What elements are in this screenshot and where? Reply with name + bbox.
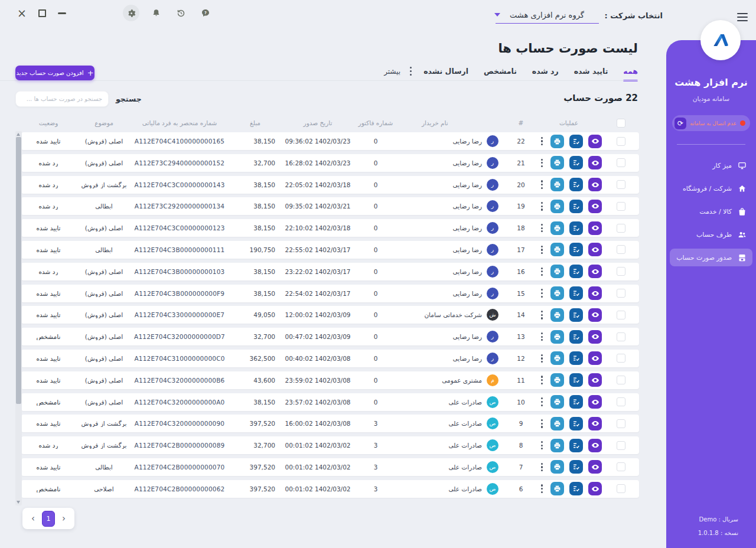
row-checkbox[interactable] — [617, 354, 625, 363]
view-button[interactable] — [588, 200, 602, 213]
add-invoice-button[interactable]: + افزودن صورت حساب جدید — [15, 66, 94, 80]
details-button[interactable] — [569, 395, 583, 409]
view-button[interactable] — [588, 439, 602, 452]
sidebar-item-goods[interactable]: کالا / خدمت — [670, 203, 752, 220]
row-checkbox[interactable] — [617, 419, 625, 428]
row-checkbox[interactable] — [617, 441, 625, 450]
row-menu-icon[interactable] — [539, 311, 545, 319]
print-button[interactable] — [550, 200, 564, 213]
maximize-icon[interactable] — [37, 8, 47, 18]
row-checkbox[interactable] — [617, 311, 625, 319]
row-checkbox[interactable] — [617, 137, 625, 146]
view-button[interactable] — [588, 395, 602, 409]
details-button[interactable] — [569, 439, 583, 452]
select-all-checkbox[interactable] — [617, 119, 625, 128]
details-button[interactable] — [569, 417, 583, 430]
row-menu-icon[interactable] — [539, 463, 545, 472]
print-button[interactable] — [550, 265, 564, 278]
search-input[interactable] — [15, 91, 109, 107]
refresh-icon[interactable]: ⟳ — [674, 118, 686, 129]
row-menu-icon[interactable] — [539, 159, 545, 168]
row-menu-icon[interactable] — [539, 441, 545, 450]
view-button[interactable] — [588, 373, 602, 387]
view-button[interactable] — [588, 135, 602, 148]
row-checkbox[interactable] — [617, 224, 625, 233]
row-checkbox[interactable] — [617, 202, 625, 211]
tab-approved[interactable]: تایید شده — [574, 67, 608, 81]
history-icon[interactable] — [172, 5, 189, 21]
next-page-icon[interactable]: › — [61, 514, 67, 523]
print-button[interactable] — [550, 460, 564, 474]
row-menu-icon[interactable] — [539, 268, 545, 276]
print-button[interactable] — [550, 178, 564, 191]
view-button[interactable] — [588, 460, 602, 474]
connection-status-badge[interactable]: عدم اتصال به سامانه ⟳ — [672, 115, 750, 131]
details-button[interactable] — [569, 482, 583, 495]
sidebar-item-company[interactable]: شرکت / فروشگاه — [670, 180, 752, 197]
row-menu-icon[interactable] — [539, 332, 545, 341]
kebab-menu-icon[interactable] — [408, 67, 414, 76]
page-number-button[interactable]: 1 — [42, 511, 55, 527]
row-menu-icon[interactable] — [539, 224, 545, 233]
row-menu-icon[interactable] — [539, 289, 545, 298]
company-select[interactable]: گروه نرم افزاری هشت — [496, 11, 599, 24]
details-button[interactable] — [569, 286, 583, 300]
details-button[interactable] — [569, 330, 583, 344]
details-button[interactable] — [569, 460, 583, 474]
row-checkbox[interactable] — [617, 158, 625, 167]
view-button[interactable] — [588, 417, 602, 430]
row-checkbox[interactable] — [617, 397, 625, 406]
row-checkbox[interactable] — [617, 462, 625, 471]
details-button[interactable] — [569, 200, 583, 213]
view-button[interactable] — [588, 221, 602, 235]
tab-all[interactable]: همه — [623, 67, 638, 81]
row-checkbox[interactable] — [617, 267, 625, 276]
row-checkbox[interactable] — [617, 245, 625, 254]
print-button[interactable] — [550, 156, 564, 169]
sidebar-item-invoices[interactable]: صدور صورت حساب — [670, 249, 752, 266]
close-icon[interactable]: × — [17, 8, 27, 18]
print-button[interactable] — [550, 221, 564, 235]
view-button[interactable] — [588, 308, 602, 322]
prev-page-icon[interactable]: ‹ — [30, 514, 36, 523]
details-button[interactable] — [569, 308, 583, 322]
row-menu-icon[interactable] — [539, 397, 545, 406]
print-button[interactable] — [550, 243, 564, 256]
details-button[interactable] — [569, 135, 583, 148]
row-menu-icon[interactable] — [539, 354, 545, 363]
print-button[interactable] — [550, 330, 564, 344]
tab-more[interactable]: بیشتر — [384, 67, 400, 76]
print-button[interactable] — [550, 395, 564, 409]
scrollbar-thumb[interactable] — [16, 137, 21, 404]
gear-icon[interactable] — [123, 5, 139, 21]
details-button[interactable] — [569, 373, 583, 387]
details-button[interactable] — [569, 178, 583, 191]
view-button[interactable] — [588, 482, 602, 495]
bell-icon[interactable] — [148, 5, 164, 21]
details-button[interactable] — [569, 243, 583, 256]
details-button[interactable] — [569, 156, 583, 169]
print-button[interactable] — [550, 286, 564, 300]
print-button[interactable] — [550, 482, 564, 495]
print-button[interactable] — [550, 373, 564, 387]
row-checkbox[interactable] — [617, 289, 625, 298]
print-button[interactable] — [550, 351, 564, 365]
row-menu-icon[interactable] — [539, 484, 545, 493]
view-button[interactable] — [588, 243, 602, 256]
tab-rejected[interactable]: رد شده — [532, 67, 559, 81]
row-menu-icon[interactable] — [539, 376, 545, 384]
print-button[interactable] — [550, 439, 564, 452]
details-button[interactable] — [569, 221, 583, 235]
row-checkbox[interactable] — [617, 180, 625, 189]
scroll-up-icon[interactable] — [17, 133, 20, 136]
sidebar-item-counterparty[interactable]: طرف حساب — [670, 226, 752, 243]
view-button[interactable] — [588, 265, 602, 278]
minimize-icon[interactable] — [57, 8, 67, 18]
row-checkbox[interactable] — [617, 484, 625, 493]
row-checkbox[interactable] — [617, 376, 625, 384]
sidebar-item-dashboard[interactable]: میز کار — [670, 156, 752, 174]
view-button[interactable] — [588, 156, 602, 169]
row-menu-icon[interactable] — [539, 137, 545, 146]
tab-not-sent[interactable]: ارسال نشده — [423, 67, 468, 81]
print-button[interactable] — [550, 135, 564, 148]
